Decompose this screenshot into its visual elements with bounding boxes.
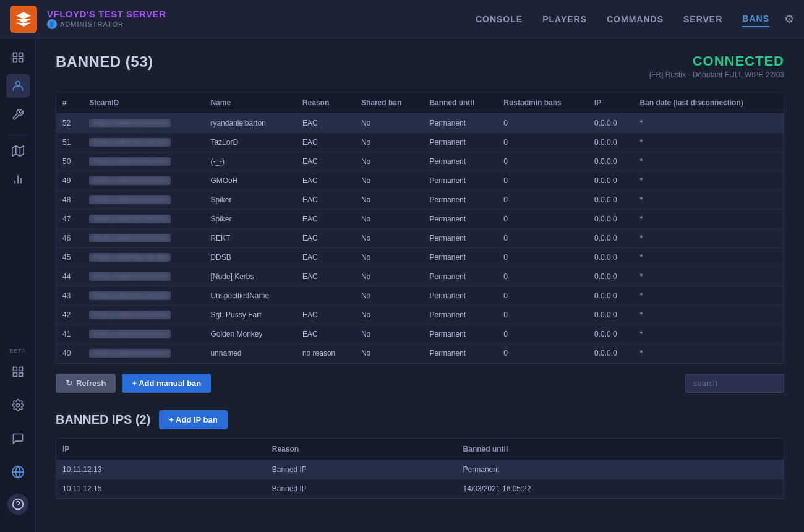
ban-table-row[interactable]: 49 76561198XXXXXXXX GMOoH EAC No Permane… (56, 171, 784, 191)
col-shared: Shared ban (355, 92, 423, 114)
ban-num: 41 (56, 325, 83, 344)
ban-shared: No (355, 286, 423, 306)
ban-reason: EAC (296, 191, 355, 210)
col-ip-addr: IP (56, 439, 266, 460)
admin-icon: 👤 (47, 19, 57, 29)
ban-name: (-_-) (204, 152, 296, 171)
sidebar-icon-map[interactable] (6, 139, 30, 163)
ban-date: * (633, 152, 784, 171)
ban-reason: EAC (296, 267, 355, 286)
ban-shared: No (355, 325, 423, 344)
ban-until: Permanent (423, 191, 497, 210)
ban-shared: No (355, 306, 423, 325)
svg-point-4 (15, 82, 20, 86)
ban-ip: 0.0.0.0 (588, 267, 633, 286)
ban-reason: EAC (296, 171, 355, 191)
ban-date: * (633, 229, 784, 248)
ban-table-row[interactable]: 45 76561198XXXXXXXX DDSB EAC No Permanen… (56, 248, 784, 267)
ban-table-header: # SteamID Name Reason Shared ban Banned … (56, 92, 784, 114)
ip-ban-table-row[interactable]: 10.11.12.15 Banned IP 14/03/2021 16:05:2… (56, 479, 784, 499)
ban-until: Permanent (423, 306, 497, 325)
sidebar-divider (8, 135, 28, 135)
sidebar-icon-globe[interactable] (6, 460, 30, 484)
sidebar-icon-settings[interactable] (6, 393, 30, 417)
col-ip-reason: Reason (266, 439, 457, 460)
nav-bans[interactable]: BANS (742, 11, 769, 27)
ban-name: [Nude] Kerbs (204, 267, 296, 286)
ip-reason: Banned IP (266, 460, 457, 479)
ban-steamid: 76561198XXXXXXXX (83, 344, 204, 363)
ban-date: * (633, 286, 784, 306)
col-reason: Reason (296, 92, 355, 114)
nav-commands[interactable]: COMMANDS (607, 12, 664, 27)
ban-table-row[interactable]: 47 76561198XXXXXXXX Spiker EAC No Perman… (56, 210, 784, 229)
ban-date: * (633, 344, 784, 363)
svg-point-15 (16, 404, 19, 407)
server-info: VFLOYD'S TEST SERVER 👤 ADMINISTRATOR (47, 9, 166, 29)
svg-marker-5 (12, 146, 23, 157)
sidebar-icon-help[interactable] (7, 494, 28, 515)
ban-rustadmin: 0 (497, 286, 588, 306)
ip-ban-table-row[interactable]: 10.11.12.13 Banned IP Permanent (56, 460, 784, 479)
ban-shared: No (355, 248, 423, 267)
add-ip-ban-button[interactable]: + Add IP ban (159, 410, 227, 429)
ban-table-row[interactable]: 48 76561198XXXXXXXX Spiker EAC No Perman… (56, 191, 784, 210)
ban-reason: EAC (296, 133, 355, 152)
ban-rustadmin: 0 (497, 210, 588, 229)
ban-ip: 0.0.0.0 (588, 133, 633, 152)
actions-row: ↻ Refresh + Add manual ban (56, 374, 784, 393)
ban-reason: EAC (296, 152, 355, 171)
ban-steamid: 76561198XXXXXXXX (83, 248, 204, 267)
add-ban-label: + Add manual ban (132, 379, 201, 388)
ban-table-row[interactable]: 50 76561198XXXXXXXX (-_-) EAC No Permane… (56, 152, 784, 171)
ban-table-row[interactable]: 40 76561198XXXXXXXX unnamed no reason No… (56, 344, 784, 363)
ban-ip: 0.0.0.0 (588, 171, 633, 191)
ban-steamid: 76561198XXXXXXXX (83, 286, 204, 306)
ban-reason: EAC (296, 325, 355, 344)
sidebar-icon-beta-grid[interactable] (6, 360, 30, 384)
col-steamid: SteamID (83, 92, 204, 114)
sidebar-icon-ban[interactable] (6, 74, 30, 98)
ban-shared: No (355, 229, 423, 248)
ban-table-row[interactable]: 52 76561198XXXXXXXX ryandanielbarton EAC… (56, 114, 784, 133)
ban-table-wrapper: # SteamID Name Reason Shared ban Banned … (56, 92, 784, 364)
ban-name: Sgt. Pussy Fart (204, 306, 296, 325)
ban-table-row[interactable]: 43 76561198XXXXXXXX UnspecifiedName No P… (56, 286, 784, 306)
ban-name: Spiker (204, 191, 296, 210)
sidebar-icon-chart[interactable] (6, 168, 30, 191)
col-ip: IP (588, 92, 633, 114)
sidebar-icon-discord[interactable] (6, 427, 30, 450)
sidebar-icon-home[interactable] (6, 46, 30, 69)
ban-rustadmin: 0 (497, 191, 588, 210)
settings-cog-icon[interactable]: ⚙ (784, 12, 794, 26)
ban-until: Permanent (423, 325, 497, 344)
refresh-label: Refresh (76, 379, 106, 388)
ban-shared: No (355, 344, 423, 363)
admin-role-label: ADMINISTRATOR (60, 20, 124, 28)
ban-table-row[interactable]: 51 76561198XXXXXXXX TazLorD EAC No Perma… (56, 133, 784, 152)
ban-table-row[interactable]: 42 76561198XXXXXXXX Sgt. Pussy Fart EAC … (56, 306, 784, 325)
ban-table-row[interactable]: 46 76561198XXXXXXXX REKT EAC No Permanen… (56, 229, 784, 248)
search-input[interactable] (685, 374, 784, 393)
ban-table-row[interactable]: 44 76561198XXXXXXXX [Nude] Kerbs EAC No … (56, 267, 784, 286)
ban-table-row[interactable]: 41 76561198XXXXXXXX Golden Monkey EAC No… (56, 325, 784, 344)
add-manual-ban-button[interactable]: + Add manual ban (122, 374, 211, 393)
nav-players[interactable]: PLAYERS (542, 12, 587, 27)
ban-num: 52 (56, 114, 83, 133)
ban-shared: No (355, 171, 423, 191)
svg-rect-12 (19, 367, 22, 371)
ban-num: 50 (56, 152, 83, 171)
refresh-icon: ↻ (66, 379, 72, 388)
nav-console[interactable]: CONSOLE (476, 12, 523, 27)
add-ip-ban-label: + Add IP ban (169, 415, 217, 424)
nav-server[interactable]: SERVER (683, 12, 722, 27)
ip-until: Permanent (457, 460, 784, 479)
ban-date: * (633, 306, 784, 325)
ban-date: * (633, 248, 784, 267)
ip-ban-table: IP Reason Banned until 10.11.12.13 Banne… (56, 439, 784, 499)
refresh-button[interactable]: ↻ Refresh (56, 374, 116, 393)
col-until: Banned until (423, 92, 497, 114)
sidebar-icon-wrench[interactable] (6, 103, 30, 126)
ban-shared: No (355, 133, 423, 152)
ban-num: 48 (56, 191, 83, 210)
